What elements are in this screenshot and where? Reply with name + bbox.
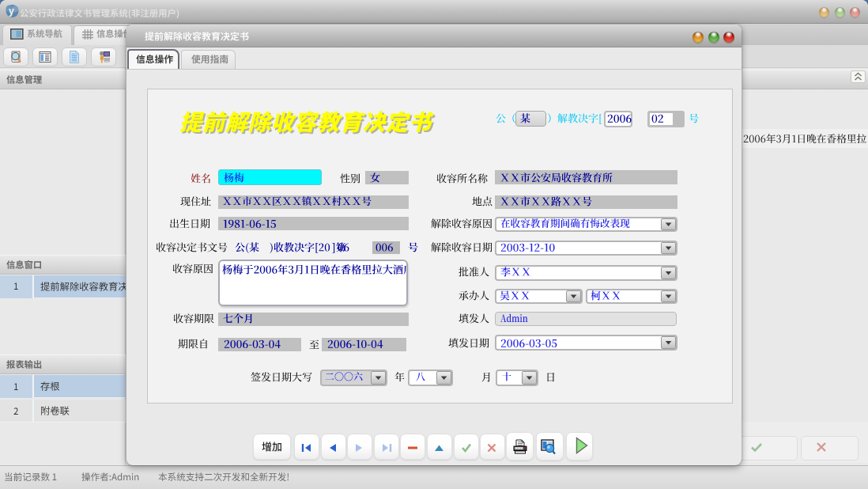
svg-text:y: y (9, 6, 14, 17)
